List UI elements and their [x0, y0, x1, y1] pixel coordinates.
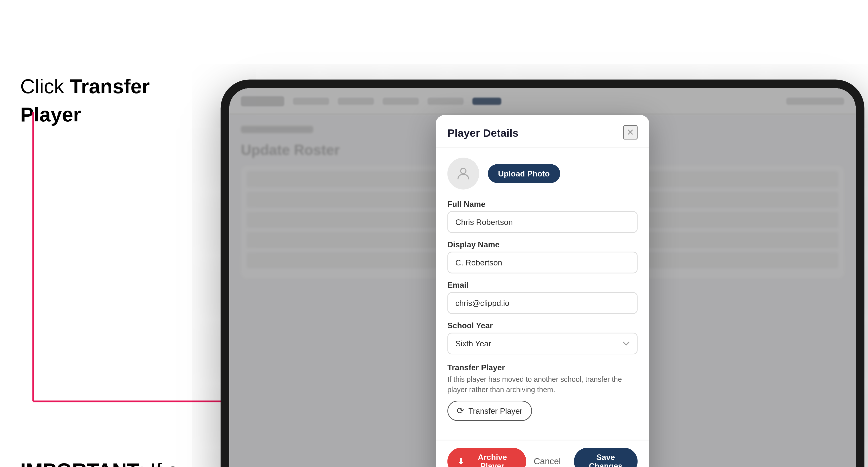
transfer-btn-label: Transfer Player	[468, 406, 522, 415]
full-name-input[interactable]	[447, 211, 638, 233]
transfer-player-section: Transfer Player If this player has moved…	[447, 363, 638, 421]
archive-player-button[interactable]: ⬇ Archive Player	[447, 448, 527, 467]
tablet-screen: Update Roster Player Details	[229, 88, 856, 467]
important-label: IMPORTANT	[20, 459, 139, 467]
tablet-device: Update Roster Player Details	[221, 80, 865, 467]
school-year-label: School Year	[447, 321, 638, 330]
full-name-group: Full Name	[447, 199, 638, 233]
email-group: Email	[447, 280, 638, 314]
school-year-group: School Year Sixth Year	[447, 321, 638, 354]
instruction-prefix: Click	[20, 75, 70, 97]
display-name-input[interactable]	[447, 252, 638, 273]
transfer-icon: ⟳	[457, 406, 464, 416]
transfer-player-button[interactable]: ⟳ Transfer Player	[447, 401, 532, 421]
email-label: Email	[447, 280, 638, 289]
important-note: IMPORTANT: If a player is being transfer…	[20, 456, 223, 467]
modal-footer: ⬇ Archive Player Cancel Save Changes	[436, 440, 649, 467]
transfer-section-title: Transfer Player	[447, 363, 638, 372]
archive-icon: ⬇	[458, 457, 464, 466]
instruction-area: Click Transfer Player	[20, 72, 216, 144]
photo-upload-row: Upload Photo	[447, 158, 638, 189]
modal-close-button[interactable]: ×	[623, 125, 638, 140]
save-changes-button[interactable]: Save Changes	[574, 448, 638, 467]
modal-header: Player Details ×	[436, 115, 649, 148]
svg-point-3	[461, 168, 466, 174]
modal-body: Upload Photo Full Name Display Name	[436, 148, 649, 440]
display-name-label: Display Name	[447, 240, 638, 249]
player-details-modal: Player Details × Upload Photo	[436, 115, 649, 467]
transfer-description: If this player has moved to another scho…	[447, 375, 638, 395]
display-name-group: Display Name	[447, 240, 638, 273]
avatar	[447, 158, 479, 189]
full-name-label: Full Name	[447, 199, 638, 208]
upload-photo-button[interactable]: Upload Photo	[488, 164, 560, 183]
instruction-text: Click Transfer Player	[20, 72, 216, 129]
email-input[interactable]	[447, 292, 638, 314]
school-year-select[interactable]: Sixth Year	[447, 333, 638, 354]
cancel-button[interactable]: Cancel	[527, 452, 568, 467]
archive-btn-label: Archive Player	[468, 453, 516, 467]
modal-title: Player Details	[447, 126, 519, 138]
